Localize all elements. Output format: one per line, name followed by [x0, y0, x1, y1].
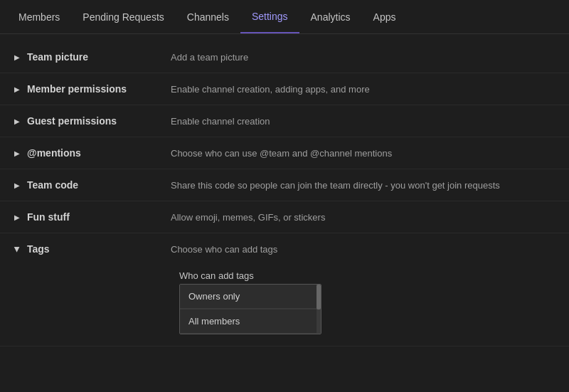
row-desc-member-permissions: Enable channel creation, adding apps, an… [171, 83, 555, 95]
row-left-tags: ▶ Tags [14, 243, 171, 255]
settings-row-team-code[interactable]: ▶ Team code Share this code so people ca… [0, 169, 569, 201]
dropdown-option-all-members[interactable]: All members [180, 309, 321, 334]
row-desc-team-picture: Add a team picture [171, 51, 555, 63]
nav-item-settings[interactable]: Settings [240, 1, 299, 33]
row-title-team-code: Team code [27, 179, 78, 191]
nav-item-analytics[interactable]: Analytics [299, 1, 362, 33]
chevron-icon-tags: ▶ [14, 246, 21, 252]
row-title-team-picture: Team picture [27, 51, 88, 63]
row-desc-tags: Choose who can add tags [171, 243, 555, 255]
nav-bar: Members Pending Requests Channels Settin… [0, 0, 569, 34]
dropdown-scrollbar-track [317, 285, 321, 334]
row-title-member-permissions: Member permissions [27, 83, 127, 95]
settings-row-member-permissions[interactable]: ▶ Member permissions Enable channel crea… [0, 73, 569, 105]
tags-sub-label: Who can add tags [179, 270, 555, 281]
tags-dropdown[interactable]: Owners only All members [179, 284, 321, 334]
row-left-fun-stuff: ▶ Fun stuff [14, 211, 171, 223]
row-title-mentions: @mentions [27, 147, 81, 159]
settings-section-tags: ▶ Tags Choose who can add tags Who can a… [0, 233, 569, 346]
settings-row-team-picture[interactable]: ▶ Team picture Add a team picture [0, 41, 569, 73]
settings-row-tags[interactable]: ▶ Tags Choose who can add tags [0, 233, 569, 265]
row-desc-guest-permissions: Enable channel creation [171, 115, 555, 127]
row-title-fun-stuff: Fun stuff [27, 211, 70, 223]
nav-item-pending-requests[interactable]: Pending Requests [71, 1, 175, 33]
settings-content: ▶ Team picture Add a team picture ▶ Memb… [0, 34, 569, 392]
settings-row-guest-permissions[interactable]: ▶ Guest permissions Enable channel creat… [0, 105, 569, 137]
row-title-tags: Tags [27, 243, 50, 255]
chevron-icon-team-picture: ▶ [14, 53, 20, 61]
row-left-member-permissions: ▶ Member permissions [14, 83, 171, 95]
chevron-icon-mentions: ▶ [14, 149, 20, 157]
row-left-guest-permissions: ▶ Guest permissions [14, 115, 171, 127]
dropdown-scrollbar-thumb [317, 285, 321, 309]
nav-item-apps[interactable]: Apps [362, 1, 408, 33]
tags-body: Who can add tags Owners only All members [0, 265, 569, 346]
row-desc-fun-stuff: Allow emoji, memes, GIFs, or stickers [171, 211, 555, 223]
chevron-icon-member-permissions: ▶ [14, 85, 20, 93]
row-title-guest-permissions: Guest permissions [27, 115, 117, 127]
dropdown-option-owners-only[interactable]: Owners only [180, 285, 321, 309]
row-left-team-code: ▶ Team code [14, 179, 171, 191]
chevron-icon-guest-permissions: ▶ [14, 117, 20, 125]
row-desc-mentions: Choose who can use @team and @channel me… [171, 147, 555, 159]
chevron-icon-team-code: ▶ [14, 181, 20, 189]
row-desc-team-code: Share this code so people can join the t… [171, 179, 555, 191]
settings-row-mentions[interactable]: ▶ @mentions Choose who can use @team and… [0, 137, 569, 169]
row-left-mentions: ▶ @mentions [14, 147, 171, 159]
settings-row-fun-stuff[interactable]: ▶ Fun stuff Allow emoji, memes, GIFs, or… [0, 201, 569, 233]
dropdown-box[interactable]: Owners only All members [179, 284, 321, 334]
nav-item-channels[interactable]: Channels [176, 1, 240, 33]
nav-item-members[interactable]: Members [7, 1, 71, 33]
chevron-icon-fun-stuff: ▶ [14, 213, 20, 221]
row-left-team-picture: ▶ Team picture [14, 51, 171, 63]
